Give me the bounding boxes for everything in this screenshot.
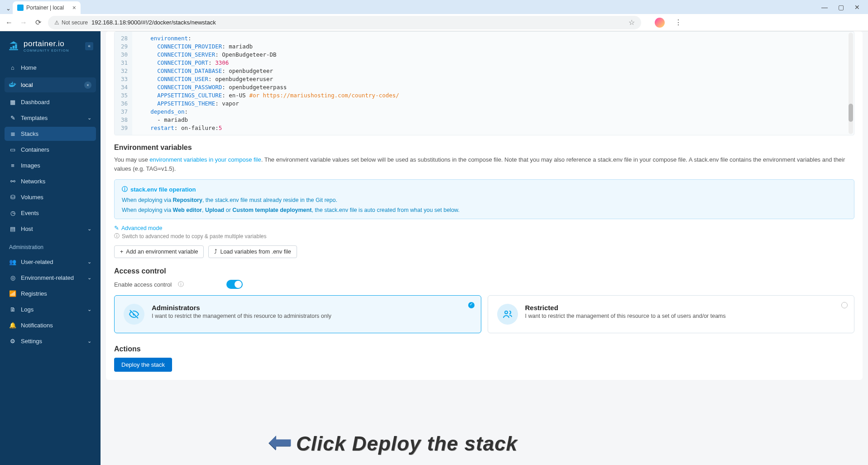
- env-help-text: You may use environment variables in you…: [114, 155, 854, 173]
- back-button[interactable]: ←: [5, 19, 14, 27]
- close-env-button[interactable]: ×: [84, 81, 91, 89]
- env-help-link[interactable]: environment variables in your compose fi…: [149, 156, 261, 163]
- sidebar-user-related[interactable]: 👥User-related⌄: [5, 255, 96, 269]
- ac-card-desc: I want to restrict the management of thi…: [152, 313, 331, 319]
- sidebar-templates[interactable]: ✎Templates⌄: [5, 111, 96, 125]
- help-icon: ⓘ: [114, 232, 120, 240]
- line-gutter: 282930313233343536373839: [115, 32, 132, 135]
- ac-restricted-card[interactable]: Restricted I want to restrict the manage…: [488, 295, 855, 333]
- sidebar-home[interactable]: ⌂ Home: [5, 61, 96, 75]
- close-tab-button[interactable]: ×: [72, 4, 76, 11]
- svg-point-0: [505, 311, 508, 314]
- edit-icon: ✎: [114, 225, 119, 231]
- chevron-down-icon: ⌄: [87, 307, 91, 312]
- help-icon[interactable]: ⓘ: [178, 280, 184, 288]
- minimize-button[interactable]: —: [818, 4, 831, 11]
- arrow-left-icon: ➡: [268, 425, 293, 459]
- sidebar-settings[interactable]: ⚙Settings⌄: [5, 334, 96, 348]
- add-env-var-button[interactable]: +Add an environment variable: [114, 245, 204, 258]
- edit-icon: ✎: [9, 115, 16, 121]
- security-label: Not secure: [62, 19, 88, 26]
- upload-icon: ⤴: [214, 249, 217, 255]
- advanced-mode-link[interactable]: ✎Advanced mode: [114, 225, 854, 231]
- browser-tab[interactable]: Portainer | local ×: [13, 1, 81, 14]
- window-controls: — ▢ ✕: [814, 0, 868, 14]
- portainer-logo-icon: [7, 40, 20, 53]
- enable-ac-toggle[interactable]: [226, 280, 243, 289]
- grid-icon: ▦: [9, 99, 16, 105]
- ac-administrators-card[interactable]: Administrators I want to restrict the ma…: [114, 295, 481, 333]
- tab-dropdown-button[interactable]: ⌄: [4, 2, 13, 14]
- sidebar-item-label: Logs: [21, 306, 34, 313]
- sidebar-notifications[interactable]: 🔔Notifications: [5, 318, 96, 332]
- ac-card-title: Administrators: [152, 304, 331, 312]
- security-badge[interactable]: ⚠ Not secure: [54, 19, 88, 26]
- sidebar-volumes[interactable]: ⛁Volumes: [5, 190, 96, 204]
- sidebar-item-label: User-related: [21, 259, 53, 265]
- maximize-button[interactable]: ▢: [834, 4, 847, 11]
- sidebar-item-label: Environment-related: [21, 274, 74, 281]
- eye-off-icon: [124, 304, 144, 325]
- sidebar-item-label: Notifications: [21, 322, 53, 329]
- reload-button[interactable]: ⟳: [34, 18, 43, 27]
- ac-card-title: Restricted: [525, 304, 726, 312]
- sidebar-images[interactable]: ≡Images: [5, 158, 96, 173]
- env-label: local: [21, 81, 33, 88]
- editor-scrollbar[interactable]: [849, 33, 853, 134]
- load-env-file-button[interactable]: ⤴Load variables from .env file: [208, 245, 297, 258]
- sidebar-item-label: Dashboard: [21, 99, 50, 105]
- sidebar-containers[interactable]: ▭Containers: [5, 143, 96, 157]
- ac-card-desc: I want to restrict the management of thi…: [525, 313, 726, 319]
- info-icon: ⓘ: [122, 185, 128, 193]
- sidebar: portainer.io COMMUNITY EDITION « ⌂ Home …: [0, 31, 101, 465]
- home-icon: ⌂: [9, 64, 16, 71]
- bell-icon: 🔔: [9, 322, 16, 329]
- sidebar-host[interactable]: ▤Host⌄: [5, 222, 96, 236]
- plus-icon: +: [120, 249, 123, 255]
- sidebar-item-label: Settings: [21, 338, 42, 345]
- sidebar-registries[interactable]: 📶Registries: [5, 287, 96, 301]
- users-icon: 👥: [9, 259, 16, 265]
- code-body[interactable]: environment: CONNECTION_PROVIDER: mariad…: [132, 32, 854, 135]
- brand-text: portainer.io: [24, 39, 69, 48]
- sidebar-collapse-button[interactable]: «: [85, 42, 93, 50]
- advanced-mode-hint: ⓘSwitch to advanced mode to copy & paste…: [114, 232, 854, 240]
- favicon-icon: [17, 5, 24, 11]
- sidebar-networks[interactable]: ⚯Networks: [5, 174, 96, 188]
- sidebar-logs[interactable]: 🗎Logs⌄: [5, 302, 96, 316]
- share-icon: ⚯: [9, 178, 16, 185]
- box-icon: ▭: [9, 146, 16, 153]
- sidebar-item-label: Templates: [21, 115, 48, 121]
- sidebar-item-label: Volumes: [21, 194, 43, 201]
- url-text: 192.168.1.18:9000/#!/2/docker/stacks/new…: [91, 19, 216, 26]
- enable-ac-label: Enable access control: [114, 281, 172, 288]
- signal-icon: 📶: [9, 290, 16, 297]
- sidebar-dashboard[interactable]: ▦Dashboard: [5, 95, 96, 109]
- clock-icon: ◷: [9, 210, 16, 216]
- chevron-down-icon: ⌄: [87, 338, 91, 344]
- sidebar-item-label: Images: [21, 162, 40, 169]
- check-icon: [468, 302, 475, 308]
- layers-icon: ≣: [9, 130, 16, 137]
- address-bar: ← → ⟳ ⚠ Not secure 192.168.1.18:9000/#!/…: [0, 14, 868, 31]
- annotation-text: Click Deploy the stack: [296, 432, 518, 455]
- chevron-down-icon: ⌄: [87, 226, 91, 232]
- browser-menu-button[interactable]: ⋮: [675, 18, 682, 27]
- url-input[interactable]: ⚠ Not secure 192.168.1.18:9000/#!/2/dock…: [48, 16, 641, 29]
- sidebar-events[interactable]: ◷Events: [5, 206, 96, 220]
- access-section-title: Access control: [114, 267, 854, 275]
- sidebar-environment[interactable]: local ×: [5, 77, 96, 92]
- bookmark-icon[interactable]: ☆: [628, 18, 635, 27]
- sidebar-env-related[interactable]: ◎Environment-related⌄: [5, 271, 96, 285]
- sidebar-stacks[interactable]: ≣Stacks: [5, 127, 96, 141]
- sidebar-section-admin: Administration: [5, 238, 96, 253]
- radio-icon: [841, 302, 848, 308]
- file-icon: 🗎: [9, 306, 16, 313]
- close-window-button[interactable]: ✕: [851, 4, 863, 11]
- profile-avatar[interactable]: [655, 18, 665, 28]
- forward-button[interactable]: →: [19, 19, 28, 27]
- logo[interactable]: portainer.io COMMUNITY EDITION «: [5, 38, 96, 59]
- info-box-title: ⓘstack.env file operation: [122, 185, 847, 193]
- deploy-stack-button[interactable]: Deploy the stack: [114, 358, 172, 372]
- code-editor[interactable]: 282930313233343536373839 environment: CO…: [114, 31, 854, 135]
